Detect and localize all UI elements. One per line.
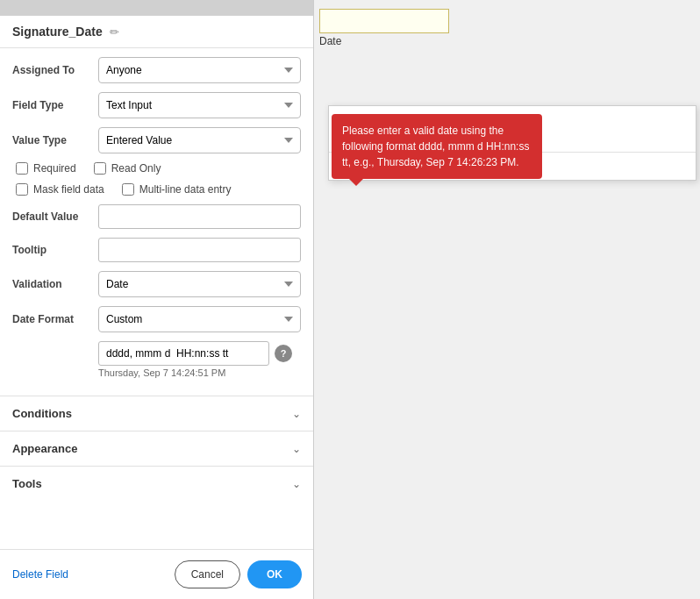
mask-checkbox[interactable] (16, 183, 28, 196)
tools-title: Tools (12, 477, 42, 490)
help-icon[interactable]: ? (275, 345, 292, 362)
conditions-section: Conditions ⌄ (0, 396, 313, 431)
tooltip-input[interactable] (98, 238, 301, 262)
edit-icon[interactable]: ✏ (110, 25, 119, 39)
validation-select[interactable]: Date None Number Email (98, 271, 301, 297)
value-type-row: Value Type Entered Value Calculated Fixe… (12, 127, 301, 153)
format-pattern-input[interactable] (98, 341, 269, 366)
field-type-row: Field Type Text Input Checkbox Dropdown (12, 92, 301, 118)
conditions-title: Conditions (12, 407, 72, 420)
panel-header: Signature_Date ✏ (0, 16, 313, 48)
read-only-group: Read Only (94, 162, 161, 175)
value-type-label: Value Type (12, 134, 91, 146)
validation-row: Validation Date None Number Email (12, 271, 301, 297)
mask-label: Mask field data (33, 183, 104, 196)
default-value-row: Default Value (12, 204, 301, 229)
cancel-button[interactable]: Cancel (175, 560, 240, 588)
right-area: Date Please enter a valid date using the… (314, 0, 700, 599)
validation-label: Validation (12, 278, 91, 290)
appearance-title: Appearance (12, 442, 77, 455)
required-label: Required (33, 162, 76, 175)
field-type-select[interactable]: Text Input Checkbox Dropdown (98, 92, 301, 118)
date-format-label: Date Format (12, 313, 91, 325)
tooltip-label: Tooltip (12, 244, 91, 256)
error-message: Please enter a valid date using the foll… (342, 125, 529, 168)
footer-buttons: Cancel OK (175, 560, 302, 588)
read-only-label: Read Only (111, 162, 161, 175)
delete-field-link[interactable]: Delete Field (12, 568, 68, 581)
bg-date-field (319, 9, 449, 33)
required-checkbox[interactable] (16, 162, 28, 175)
multiline-label: Multi-line data entry (139, 183, 232, 196)
multiline-group: Multi-line data entry (122, 183, 232, 196)
conditions-chevron-icon: ⌄ (292, 408, 301, 420)
required-group: Required (16, 162, 76, 175)
tools-chevron-icon: ⌄ (292, 478, 301, 490)
checkbox-row-1: Required Read Only (12, 162, 301, 175)
panel-footer: Delete Field Cancel OK (0, 549, 314, 599)
conditions-header[interactable]: Conditions ⌄ (0, 396, 313, 431)
appearance-header[interactable]: Appearance ⌄ (0, 431, 313, 466)
mask-group: Mask field data (16, 183, 104, 196)
assigned-to-row: Assigned To Anyone User 1 User 2 (12, 57, 301, 83)
checkbox-row-2: Mask field data Multi-line data entry (12, 183, 301, 196)
default-value-label: Default Value (12, 210, 91, 223)
field-title: Signature_Date (12, 25, 103, 39)
date-format-select[interactable]: Custom Short Date Long Date (98, 306, 301, 332)
format-input-row: ? (98, 341, 301, 366)
field-type-label: Field Type (12, 99, 91, 111)
tools-header[interactable]: Tools ⌄ (0, 467, 313, 501)
appearance-chevron-icon: ⌄ (292, 443, 301, 455)
format-hint: Thursday, Sep 7 14:24:51 PM (98, 367, 301, 378)
assigned-to-label: Assigned To (12, 64, 91, 76)
assigned-to-select[interactable]: Anyone User 1 User 2 (98, 57, 301, 83)
appearance-section: Appearance ⌄ (0, 431, 313, 466)
form-body: Assigned To Anyone User 1 User 2 Field T… (0, 48, 313, 396)
error-tooltip: Please enter a valid date using the foll… (332, 114, 542, 179)
left-panel: Signature_Date ✏ Assigned To Anyone User… (0, 0, 314, 599)
value-type-select[interactable]: Entered Value Calculated Fixed (98, 127, 301, 153)
multiline-checkbox[interactable] (122, 183, 134, 196)
ok-button[interactable]: OK (247, 560, 302, 588)
default-value-input[interactable] (98, 204, 301, 229)
top-bar (0, 0, 313, 16)
bg-date-label: Date (319, 35, 341, 47)
tools-section: Tools ⌄ (0, 466, 313, 501)
read-only-checkbox[interactable] (94, 162, 106, 175)
tooltip-row: Tooltip (12, 238, 301, 262)
date-format-row: Date Format Custom Short Date Long Date (12, 306, 301, 332)
